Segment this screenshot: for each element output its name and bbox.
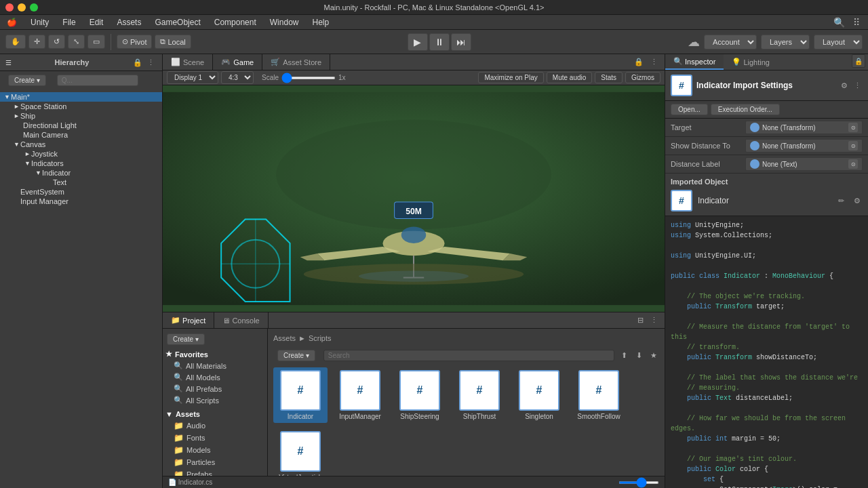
layers-dropdown[interactable]: Layers	[761, 35, 810, 49]
hierarchy-item-input-manager[interactable]: Input Manager	[0, 197, 162, 206]
menu-help[interactable]: Help	[305, 15, 336, 29]
sidebar-prefabs[interactable]: 📁Prefabs	[163, 468, 267, 476]
hierarchy-item-main-camera[interactable]: Main Camera	[0, 130, 162, 140]
inspector-lock-btn[interactable]: 🔒	[852, 54, 865, 68]
assets-download-btn[interactable]: ⬇	[633, 350, 644, 361]
target-pick-btn[interactable]: ⊙	[848, 123, 858, 132]
menu-edit[interactable]: Edit	[83, 15, 111, 29]
maximize-button[interactable]	[30, 3, 38, 12]
bottom-more-btn[interactable]: ⋮	[648, 315, 659, 326]
assets-header[interactable]: ▼ Assets	[163, 409, 267, 420]
open-button[interactable]: Open...	[671, 104, 708, 115]
hierarchy-item-eventsystem[interactable]: EventSystem	[0, 187, 162, 197]
local-button[interactable]: ⧉ Local	[155, 35, 191, 49]
view-more-btn[interactable]: ⋮	[648, 57, 659, 68]
hierarchy-item-joystick[interactable]: ► Joystick	[0, 149, 162, 159]
asset-input-manager[interactable]: # InputManager	[333, 367, 387, 423]
hierarchy-lock[interactable]: 🔒	[132, 57, 143, 68]
execution-order-button[interactable]: Execution Order...	[711, 104, 780, 115]
inspector-settings-icon[interactable]: ⚙	[839, 80, 850, 91]
assets-star-btn[interactable]: ★	[648, 350, 659, 361]
rotate-tool[interactable]: ↺	[48, 35, 65, 49]
assets-upload-btn[interactable]: ⬆	[618, 350, 629, 361]
breadcrumb-assets[interactable]: Assets	[273, 334, 296, 342]
project-create-btn[interactable]: Create ▾	[167, 333, 205, 345]
hierarchy-item-dir-light[interactable]: Directional Light	[0, 121, 162, 130]
hierarchy-create-btn[interactable]: Create ▾	[8, 75, 46, 86]
imported-edit-btn[interactable]: ✏	[835, 195, 846, 206]
asset-singleton[interactable]: # Singleton	[512, 367, 566, 423]
tab-project[interactable]: 📁 Project	[163, 312, 214, 328]
tab-inspector[interactable]: 🔍 Inspector	[665, 54, 724, 70]
close-button[interactable]	[5, 3, 14, 12]
tab-game[interactable]: 🎮 Game	[213, 54, 262, 70]
bottom-panels: 📁 Project 🖥 Console ⊟ ⋮ Create ▾	[163, 312, 665, 488]
move-tool[interactable]: ✛	[28, 35, 45, 49]
menu-file[interactable]: File	[56, 15, 82, 29]
menu-gameobject[interactable]: GameObject	[148, 15, 207, 29]
asset-indicator[interactable]: # Indicator	[273, 367, 328, 423]
minimize-button[interactable]	[18, 3, 26, 12]
assets-search-input[interactable]	[323, 350, 614, 361]
menu-assets[interactable]: Assets	[110, 15, 148, 29]
hierarchy-more[interactable]: ⋮	[146, 57, 157, 68]
stats-btn[interactable]: Stats	[595, 72, 623, 83]
account-dropdown[interactable]: Account	[704, 35, 757, 49]
hierarchy-item-text[interactable]: Text	[0, 178, 162, 187]
sidebar-all-materials[interactable]: 🔍All Materials	[163, 360, 267, 371]
hierarchy-item-space-station[interactable]: ► Space Station	[0, 102, 162, 111]
tab-asset-store[interactable]: 🛒 Asset Store	[262, 54, 330, 70]
menu-apple[interactable]: 🍎	[0, 15, 24, 29]
play-button[interactable]: ▶	[408, 33, 428, 51]
hierarchy-item-indicators[interactable]: ▼ Indicators	[0, 159, 162, 168]
pivot-button[interactable]: ⊙ Pivot	[117, 35, 152, 49]
sidebar-particles[interactable]: 📁Particles	[163, 456, 267, 468]
hierarchy-item-main[interactable]: ▼ Main*	[0, 92, 162, 102]
scale-slider[interactable]	[281, 77, 336, 79]
breadcrumb-scripts[interactable]: Scripts	[309, 334, 332, 342]
search-icon[interactable]: 🔍	[833, 17, 853, 28]
asset-virtual-joystick[interactable]: # VirtualJoystick	[273, 428, 328, 476]
hierarchy-search-input[interactable]	[57, 75, 138, 86]
aspect-select[interactable]: 4:3	[221, 71, 254, 84]
display-select[interactable]: Display 1	[167, 71, 218, 84]
asset-ship-thrust[interactable]: # ShipThrust	[452, 367, 507, 423]
distance-label-pick-btn[interactable]: ⊙	[848, 159, 858, 169]
hierarchy-item-indicator[interactable]: ▼ Indicator	[0, 168, 162, 178]
arrow-ss: ►	[14, 103, 20, 110]
maximize-on-play-btn[interactable]: Maximize on Play	[478, 72, 543, 83]
sidebar-all-models[interactable]: 🔍All Models	[163, 371, 267, 383]
favorites-header[interactable]: ★ Favorites	[163, 348, 267, 360]
hand-tool[interactable]: ✋	[5, 35, 26, 49]
gizmos-btn[interactable]: Gizmos	[625, 72, 660, 83]
sidebar-audio[interactable]: 📁Audio	[163, 420, 267, 432]
pause-button[interactable]: ⏸	[429, 33, 450, 51]
asset-ship-steering[interactable]: # ShipSteering	[393, 367, 447, 423]
sidebar-models[interactable]: 📁Models	[163, 444, 267, 456]
menu-window[interactable]: Window	[263, 15, 306, 29]
assets-create-btn[interactable]: Create ▾	[277, 350, 315, 361]
sidebar-all-prefabs[interactable]: 🔍All Prefabs	[163, 383, 267, 394]
view-lock-btn[interactable]: 🔒	[633, 57, 644, 68]
tab-console[interactable]: 🖥 Console	[214, 312, 268, 328]
tab-scene[interactable]: ⬜ Scene	[163, 54, 213, 70]
rect-tool[interactable]: ▭	[87, 35, 105, 49]
show-distance-pick-btn[interactable]: ⊙	[848, 141, 858, 150]
mute-audio-btn[interactable]: Mute audio	[547, 72, 592, 83]
hierarchy-item-canvas[interactable]: ▼ Canvas	[0, 140, 162, 149]
scale-tool[interactable]: ⤡	[68, 35, 85, 49]
inspector-more-icon[interactable]: ⋮	[852, 80, 863, 91]
layout-dropdown[interactable]: Layout	[814, 35, 863, 49]
menu-unity[interactable]: Unity	[24, 15, 56, 29]
menu-component[interactable]: Component	[208, 15, 263, 29]
sidebar-fonts[interactable]: 📁Fonts	[163, 432, 267, 444]
bottom-collapse-btn[interactable]: ⊟	[635, 315, 646, 326]
tab-lighting[interactable]: 💡 Lighting	[724, 54, 778, 70]
step-button[interactable]: ⏭	[451, 33, 471, 51]
hierarchy-item-label: Space Station	[20, 102, 67, 110]
imported-settings-btn[interactable]: ⚙	[852, 195, 863, 206]
hierarchy-item-ship[interactable]: ► Ship	[0, 111, 162, 121]
zoom-slider[interactable]	[618, 481, 659, 484]
asset-smooth-follow[interactable]: # SmoothFollow	[572, 367, 626, 423]
sidebar-all-scripts[interactable]: 🔍All Scripts	[163, 394, 267, 406]
